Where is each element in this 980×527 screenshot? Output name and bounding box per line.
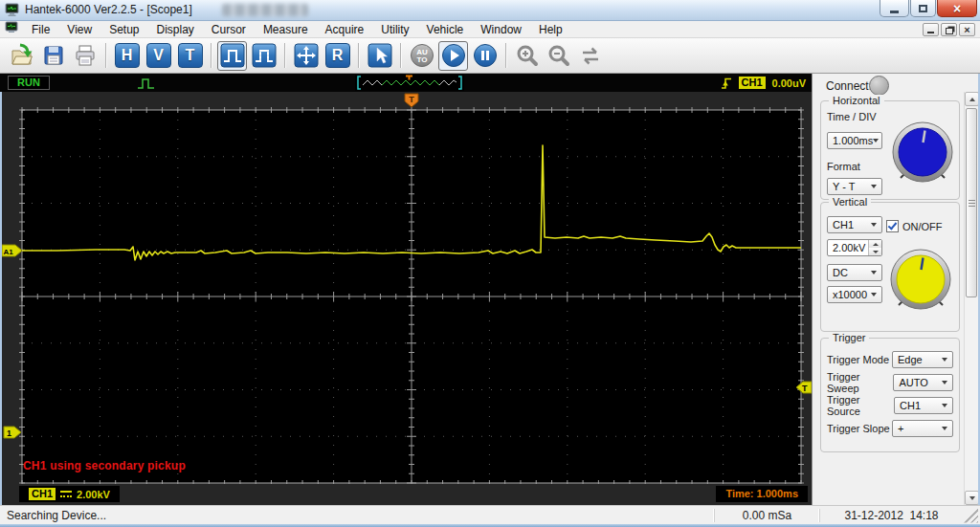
scroll-down-button[interactable] <box>965 491 979 505</box>
channel-select[interactable]: CH1 <box>827 216 882 233</box>
trigger-slope-label: Trigger Slope <box>827 423 890 434</box>
status-bar: Searching Device... 0.00 mSa 31-12-2012 … <box>0 505 980 524</box>
ch1-scale-value: 2.00kV <box>77 489 110 500</box>
toolbar-separator <box>358 43 359 68</box>
trigger-settings-icon: T <box>178 43 203 68</box>
save-button[interactable] <box>38 41 68 71</box>
spin-down-icon[interactable] <box>869 248 881 255</box>
format-label: Format <box>827 161 860 172</box>
save-icon <box>41 43 66 68</box>
spin-up-icon[interactable] <box>869 240 881 248</box>
thumb-grip-icon <box>969 200 975 207</box>
mdi-minimize-button[interactable] <box>923 23 939 36</box>
horizontal-settings-button[interactable]: H <box>112 41 142 71</box>
chevron-down-icon <box>873 139 879 143</box>
toolbar-separator <box>400 43 401 68</box>
channel-onoff-checkbox[interactable] <box>886 220 899 232</box>
menu-help[interactable]: Help <box>530 23 571 36</box>
menu-view[interactable]: View <box>58 23 100 36</box>
svg-text:TO: TO <box>416 55 427 64</box>
status-message: Searching Device... <box>0 509 714 522</box>
trigger-mode-select[interactable]: Edge <box>892 351 953 368</box>
scope-annotation: CH1 using secondary pickup <box>23 459 186 472</box>
menu-file[interactable]: File <box>23 23 58 36</box>
preview-trigger-marker <box>406 77 412 80</box>
waveform-capture-button[interactable] <box>217 41 247 71</box>
trigger-channel-badge: CH1 <box>739 77 766 89</box>
menu-cursor[interactable]: Cursor <box>203 23 255 36</box>
window-close-button[interactable]: × <box>937 0 977 17</box>
zoom-in-button[interactable] <box>512 41 542 71</box>
title-bar: Hantek-6000 Ver2.2.5 - [Scope1] × <box>0 0 980 21</box>
open-button[interactable] <box>7 41 36 71</box>
scroll-up-button[interactable] <box>965 92 979 106</box>
menu-setup[interactable]: Setup <box>100 23 147 36</box>
measure-cross-button[interactable] <box>291 41 321 71</box>
coupling-select[interactable]: DC <box>827 264 882 281</box>
format-select[interactable]: Y - T <box>827 178 882 195</box>
time-div-select[interactable]: 1.000ms <box>827 132 882 149</box>
zoom-out-button[interactable] <box>544 41 573 71</box>
waveform-position-preview[interactable] <box>355 75 464 91</box>
vertical-group-title: Vertical <box>829 196 871 208</box>
horizontal-group: Horizontal Time / DIV 1.000ms Format Y -… <box>820 100 960 200</box>
print-icon <box>73 43 98 68</box>
autoset-button[interactable]: AUTO <box>407 41 436 71</box>
vertical-knob[interactable] <box>886 245 955 318</box>
control-panel: Connect: Horizontal Time / DIV 1.000ms F… <box>812 74 978 505</box>
scope-display: A11TT CH1 using secondary pickup <box>0 92 812 484</box>
autoset-icon: AUTO <box>410 43 434 68</box>
vertical-group: Vertical CH1 ON/OFF 2.00kV DC x10000 <box>820 202 960 332</box>
menu-acquire[interactable]: Acquire <box>317 23 373 36</box>
vertical-settings-icon: V <box>146 43 171 68</box>
menu-utility[interactable]: Utility <box>372 23 417 36</box>
reset-button[interactable]: R <box>323 41 352 71</box>
window-minimize-button[interactable] <box>880 0 909 17</box>
document-icon <box>5 21 19 38</box>
menu-measure[interactable]: Measure <box>255 23 317 36</box>
trigger-level-value: 0.00uV <box>772 77 806 89</box>
vertical-settings-button[interactable]: V <box>144 41 173 71</box>
start-button[interactable] <box>438 41 468 71</box>
reset-icon: R <box>325 43 350 68</box>
mdi-restore-icon <box>946 28 953 34</box>
trigger-slope-select[interactable]: + <box>892 420 953 437</box>
ch1-scale-readout: CH1 2.00kV <box>19 486 120 502</box>
menu-display[interactable]: Display <box>148 23 203 36</box>
waveform-capture-icon <box>220 43 245 68</box>
probe-attenuation-select[interactable]: x10000 <box>827 286 882 303</box>
trigger-source-select[interactable]: CH1 <box>894 397 953 414</box>
triangle-down-icon <box>969 496 975 500</box>
trigger-slope-row: Trigger Slope+ <box>821 417 959 440</box>
waveform-record-button[interactable] <box>249 41 278 71</box>
horizontal-group-title: Horizontal <box>829 95 884 106</box>
trigger-group-title: Trigger <box>829 332 869 343</box>
trigger-readout: CH1 0.00uV <box>721 76 806 90</box>
toolbar-separator <box>105 43 106 68</box>
connect-label: Connect: <box>826 79 872 93</box>
scope-status-strip: RUN CH1 0.00uV <box>0 74 812 92</box>
trigger-sweep-select[interactable]: AUTO <box>893 374 953 391</box>
panel-scrollbar[interactable] <box>964 92 978 505</box>
pause-button[interactable] <box>470 41 500 71</box>
mdi-close-button[interactable]: × <box>959 23 975 36</box>
resize-grip[interactable] <box>963 508 978 523</box>
toolbar-separator <box>284 43 285 68</box>
volts-div-stepper[interactable]: 2.00kV <box>827 239 882 256</box>
trigger-position-marker[interactable]: T <box>405 94 418 107</box>
scrollbar-thumb[interactable] <box>966 108 977 297</box>
start-icon <box>441 43 466 68</box>
trigger-settings-button[interactable]: T <box>175 41 205 71</box>
self-calibration-button[interactable] <box>575 41 605 71</box>
connect-button[interactable] <box>869 76 889 96</box>
mdi-close-icon: × <box>964 25 969 35</box>
horizontal-knob[interactable] <box>888 118 957 190</box>
print-button[interactable] <box>70 41 100 71</box>
cursor-select-button[interactable] <box>365 41 394 71</box>
menu-vehicle[interactable]: Vehicle <box>418 23 473 36</box>
waveform-marker-a1[interactable]: A1 <box>2 245 22 256</box>
mdi-restore-button[interactable] <box>941 23 957 36</box>
window-maximize-button[interactable] <box>910 0 936 17</box>
menu-window[interactable]: Window <box>472 23 530 36</box>
channel1-zero-marker[interactable]: 1 <box>4 427 21 438</box>
